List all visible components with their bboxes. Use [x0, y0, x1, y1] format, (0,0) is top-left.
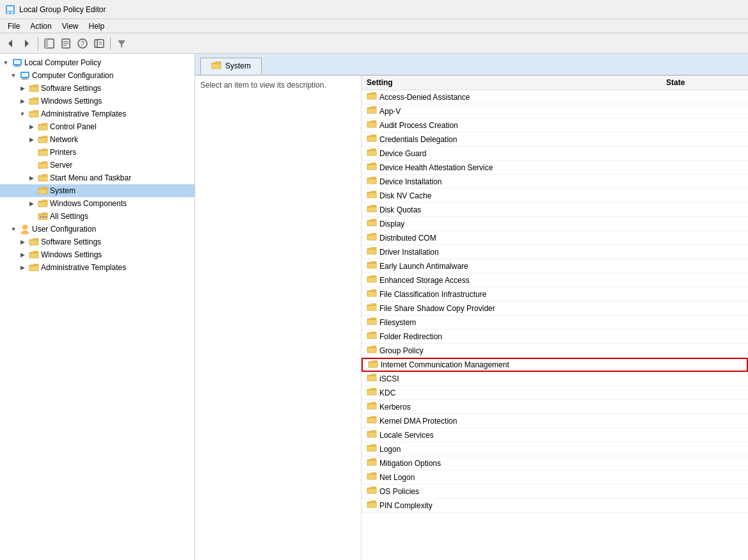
setting-name-cell: Disk Quotas: [367, 204, 666, 215]
expander-local-computer-policy[interactable]: ▼: [1, 58, 10, 67]
svg-text:?: ?: [81, 40, 84, 47]
setting-row[interactable]: Device Health Attestation Service: [362, 161, 748, 175]
forward-button[interactable]: [19, 36, 35, 51]
setting-row[interactable]: Kerberos: [362, 400, 748, 414]
setting-row[interactable]: Disk NV Cache: [362, 189, 748, 203]
setting-row[interactable]: Disk Quotas: [362, 203, 748, 217]
setting-row[interactable]: File Share Shadow Copy Provider: [362, 301, 748, 316]
tree-item-server[interactable]: ▶ Server: [0, 159, 195, 172]
content-pane: Select an item to view its description. …: [195, 76, 748, 560]
setting-label: Early Launch Antimalware: [379, 262, 468, 271]
setting-row[interactable]: Folder Redirection: [362, 330, 748, 344]
setting-name-cell: Disk NV Cache: [367, 190, 666, 201]
expander-windows-components[interactable]: ▶: [27, 199, 36, 208]
tree-item-admin-templates-uc[interactable]: ▶ Administrative Templates: [0, 261, 195, 274]
tree-item-network[interactable]: ▶ Network: [0, 133, 195, 146]
setting-row[interactable]: OS Policies: [362, 484, 748, 499]
menu-view[interactable]: View: [57, 20, 84, 32]
tree-item-start-menu[interactable]: ▶ Start Menu and Taskbar: [0, 172, 195, 184]
setting-row[interactable]: File Classification Infrastructure: [362, 287, 748, 301]
expander-windows-settings-cc[interactable]: ▶: [18, 97, 27, 106]
expander-start-menu[interactable]: ▶: [27, 173, 36, 182]
setting-row[interactable]: Group Policy: [362, 344, 748, 358]
tree-item-software-settings-cc[interactable]: ▶ Software Settings: [0, 82, 195, 95]
setting-row[interactable]: Device Guard: [362, 147, 748, 161]
help-button[interactable]: ?: [75, 36, 90, 51]
tree-item-windows-settings-uc[interactable]: ▶ Windows Settings: [0, 248, 195, 261]
setting-name-cell: File Classification Infrastructure: [367, 289, 666, 300]
expander-admin-templates-uc[interactable]: ▶: [18, 263, 27, 272]
tree-item-system[interactable]: ▶ System: [0, 184, 195, 197]
expander-user-configuration[interactable]: ▼: [9, 225, 18, 234]
tree-item-windows-components[interactable]: ▶ Windows Components: [0, 197, 195, 210]
network-label: Network: [50, 135, 78, 144]
admin-templates-cc-label: Administrative Templates: [41, 109, 126, 118]
expander-windows-settings-uc[interactable]: ▶: [18, 250, 27, 259]
folder-icon-printers: [38, 147, 48, 157]
setting-row[interactable]: KDC: [362, 386, 748, 400]
folder-icon-software-settings-cc: [29, 83, 39, 93]
show-hide-button[interactable]: [42, 36, 57, 51]
system-tab[interactable]: System: [200, 58, 262, 74]
admin-templates-uc-label: Administrative Templates: [41, 263, 126, 272]
setting-folder-icon: [367, 373, 377, 384]
setting-row[interactable]: Distributed COM: [362, 231, 748, 245]
setting-row[interactable]: Device Installation: [362, 175, 748, 189]
expander-control-panel[interactable]: ▶: [27, 122, 36, 131]
setting-row[interactable]: Logon: [362, 442, 748, 456]
setting-row[interactable]: Credentials Delegation: [362, 132, 748, 147]
server-label: Server: [50, 161, 72, 170]
setting-name-cell: Mitigation Options: [367, 458, 666, 468]
expander-admin-templates-cc[interactable]: ▼: [18, 109, 27, 118]
setting-row[interactable]: Enhanced Storage Access: [362, 273, 748, 287]
settings-rows: Access-Denied Assistance App-V Audit Pro…: [362, 90, 748, 513]
action-button[interactable]: [92, 36, 107, 51]
tree-item-user-configuration[interactable]: ▼ User Configuration: [0, 223, 195, 236]
tree-item-local-computer-policy[interactable]: ▼ Local Computer Policy: [0, 56, 195, 69]
setting-row[interactable]: Kernel DMA Protection: [362, 414, 748, 428]
tree-item-admin-templates-cc[interactable]: ▼ Administrative Templates: [0, 108, 195, 120]
column-header-setting: Setting: [367, 78, 666, 87]
setting-row[interactable]: Display: [362, 217, 748, 231]
setting-row[interactable]: PIN Complexity: [362, 499, 748, 513]
setting-row[interactable]: App-V: [362, 104, 748, 118]
setting-row[interactable]: Net Logon: [362, 470, 748, 484]
setting-row[interactable]: Early Launch Antimalware: [362, 259, 748, 273]
setting-row[interactable]: Internet Communication Management: [362, 358, 748, 372]
setting-label: iSCSI: [379, 374, 399, 383]
svg-rect-3: [11, 12, 13, 13]
back-button[interactable]: [3, 36, 18, 51]
tree-item-windows-settings-cc[interactable]: ▶ Windows Settings: [0, 95, 195, 108]
properties-button[interactable]: [58, 36, 74, 51]
expander-software-settings-uc[interactable]: ▶: [18, 237, 27, 246]
setting-row[interactable]: iSCSI: [362, 372, 748, 386]
menu-file[interactable]: File: [3, 20, 25, 32]
menu-help[interactable]: Help: [84, 20, 110, 32]
setting-row[interactable]: Locale Services: [362, 428, 748, 442]
setting-row[interactable]: Access-Denied Assistance: [362, 90, 748, 104]
setting-row[interactable]: Audit Process Creation: [362, 118, 748, 132]
tree-item-computer-configuration[interactable]: ▼ Computer Configuration: [0, 69, 195, 82]
expander-network[interactable]: ▶: [27, 135, 36, 144]
folder-icon-network: [38, 134, 48, 145]
tab-folder-icon: [211, 61, 221, 72]
expander-computer-configuration[interactable]: ▼: [9, 71, 18, 80]
setting-name-cell: Locale Services: [367, 429, 666, 440]
menu-action[interactable]: Action: [25, 20, 56, 32]
filter-button[interactable]: [114, 36, 129, 51]
setting-row[interactable]: Driver Installation: [362, 245, 748, 259]
setting-folder-icon: [367, 472, 377, 483]
tree-item-software-settings-uc[interactable]: ▶ Software Settings: [0, 236, 195, 248]
tree-panel: ▼ Local Computer Policy ▼: [0, 54, 195, 560]
setting-label: Locale Services: [379, 431, 434, 440]
setting-label: KDC: [379, 388, 395, 397]
setting-folder-icon: [368, 360, 378, 371]
setting-row[interactable]: Filesystem: [362, 316, 748, 330]
tree-item-control-panel[interactable]: ▶ Control Panel: [0, 120, 195, 133]
description-text: Select an item to view its description.: [200, 81, 326, 90]
tree-item-all-settings[interactable]: ▶ All Settings: [0, 210, 195, 223]
setting-row[interactable]: Mitigation Options: [362, 456, 748, 470]
tree-item-printers[interactable]: ▶ Printers: [0, 146, 195, 159]
expander-software-settings-cc[interactable]: ▶: [18, 84, 27, 93]
setting-label: Disk NV Cache: [379, 191, 431, 200]
